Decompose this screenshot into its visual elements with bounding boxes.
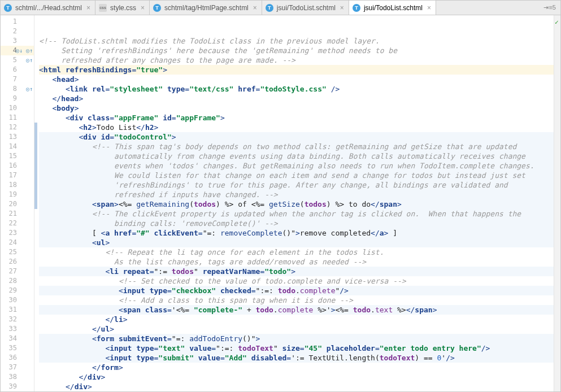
code-line[interactable]: <!-- Set checked to the value of todo.co… [39,276,560,286]
indent-indicator: ⇥≡5 [543,4,556,11]
line-number[interactable]: 10 [1,103,34,113]
line-number[interactable]: 22 [1,219,34,228]
editor-tab[interactable]: Tjsui/TodoList.schtml× [262,1,349,15]
code-line[interactable]: </form> [39,363,560,372]
line-number[interactable]: 23 [1,228,34,238]
line-number[interactable]: 1 [1,17,34,27]
line-number[interactable]: 2 [1,27,34,36]
code-line[interactable]: Setting 'refreshBindings' here because t… [39,46,560,55]
line-number[interactable]: 30 [1,295,34,305]
line-number[interactable]: 12 [1,123,34,132]
editor-tab[interactable]: cssstyle.css× [95,1,150,15]
code-line[interactable]: <body> [39,103,560,113]
code-line[interactable]: <input type="submit" value="Add" disable… [39,353,560,363]
code-line[interactable]: <input type="checkbox" checked=":=: todo… [39,286,560,295]
line-number[interactable]: 21 [1,209,34,219]
code-line[interactable]: <ul> [39,238,560,247]
code-line[interactable]: <!-- TodoList.schtml modifies the TodoLi… [39,36,560,46]
code-line[interactable]: refreshed after any changes to the page … [39,55,560,65]
line-number[interactable]: 32 [1,315,34,324]
line-number[interactable]: 37 [1,363,34,372]
line-number[interactable]: 24 [1,238,34,247]
change-marker-icon [34,123,37,190]
tab-label: schtml/.../Head.schtml [15,4,82,12]
line-number[interactable]: 39 [1,382,34,391]
code-line[interactable]: </li> [39,315,560,324]
code-line[interactable]: events when 'todos' changes. But getRema… [39,161,560,171]
line-number[interactable]: 8◎↑ [1,84,34,94]
tabbar-spacer [436,1,540,15]
code-line[interactable]: refreshed if inputs have changed. --> [39,190,560,199]
gutter-marker-icon[interactable]: ◎↓ ◎↑ [16,46,33,55]
line-number[interactable]: 35 [1,343,34,353]
line-number[interactable]: 31 [1,305,34,315]
code-line[interactable]: binding calls: 'removeComplete()' --> [39,219,560,228]
tab-label: style.css [110,4,136,12]
line-number[interactable]: 25 [1,247,34,257]
code-line[interactable]: </div> [39,382,560,391]
code-line[interactable]: <!-- This span tag's body depends on two… [39,142,560,151]
line-number[interactable]: 26 [1,257,34,267]
code-line[interactable]: <h2>Todo List</h2> [39,123,560,132]
code-line[interactable]: <html refreshBindings="true"> [39,65,560,75]
editor-tab[interactable]: Tjsui/TodoList.schtml× [349,1,436,15]
code-line[interactable]: <li repeat=":= todos" repeatVarName="tod… [39,267,560,276]
line-number[interactable]: 4◎↓ ◎↑ [1,46,34,55]
line-number[interactable]: 33 [1,324,34,334]
line-number[interactable]: 13 [1,132,34,142]
code-line[interactable]: <!-- Add a class to this span tag when i… [39,295,560,305]
line-number[interactable]: 16 [1,161,34,171]
code-line[interactable]: <span class='<%= "complete-" + todo.comp… [39,305,560,315]
code-line[interactable]: <div class="appFrame" id="appFrame"> [39,113,560,123]
gutter-marker-icon[interactable]: ◎↑ [26,55,33,65]
line-number-gutter[interactable]: 1234◎↓ ◎↑5◎↑678◎↑91011121314151617181920… [1,15,34,391]
status-strip: ✓ [554,15,560,391]
code-line[interactable]: <span><%= getRemaining(todos) %> of <%= … [39,199,560,209]
line-number[interactable]: 18 [1,180,34,190]
line-number[interactable]: 36 [1,353,34,363]
close-icon[interactable]: × [340,4,344,12]
code-line[interactable]: [ <a href="#" clickEvent="=: removeCompl… [39,228,560,238]
close-icon[interactable]: × [141,4,145,12]
code-line[interactable]: <!-- Repeat the li tag once for each ele… [39,247,560,257]
line-number[interactable]: 9 [1,94,34,103]
line-number[interactable]: 7 [1,75,34,84]
editor-tab[interactable]: Tschtml/tag/HtmlPage.schtml× [150,1,262,15]
line-number[interactable]: 17 [1,171,34,180]
close-icon[interactable]: × [253,4,257,12]
line-number[interactable]: 11 [1,113,34,123]
tab-label: jsui/TodoList.schtml [277,4,336,12]
code-line[interactable]: </ul> [39,324,560,334]
code-line[interactable]: As the list changes, tags are added/remo… [39,257,560,267]
line-number[interactable]: 27 [1,267,34,276]
code-line[interactable]: automatically from change events using d… [39,151,560,161]
code-line[interactable]: We could listen for that change on each … [39,171,560,180]
code-line[interactable]: 'refreshBindings' to true for this page.… [39,180,560,190]
code-line[interactable]: <form submitEvent="=: addTodoEntry()"> [39,334,560,343]
close-icon[interactable]: × [86,4,90,12]
close-icon[interactable]: × [427,4,431,12]
editor-tab[interactable]: Tschtml/.../Head.schtml× [1,1,95,15]
line-number[interactable]: 15 [1,151,34,161]
line-number[interactable]: 6 [1,65,34,75]
code-area[interactable]: <!-- TodoList.schtml modifies the TodoLi… [34,15,560,391]
line-number[interactable]: 14 [1,142,34,151]
code-line[interactable]: <input type="text" value=":=: todoText" … [39,343,560,353]
line-number[interactable]: 29 [1,286,34,295]
code-line[interactable]: <div id="todoControl"> [39,132,560,142]
line-number[interactable]: 38 [1,372,34,382]
line-number[interactable]: 28 [1,276,34,286]
tabbar-right-info[interactable]: ⇥≡5 [539,1,560,15]
line-number[interactable]: 20 [1,199,34,209]
code-line[interactable]: <link rel="stylesheet" type="text/css" h… [39,84,560,94]
code-line[interactable]: <!-- The clickEvent property is updated … [39,209,560,219]
code-line[interactable]: </head> [39,94,560,103]
tab-label: schtml/tag/HtmlPage.schtml [164,4,249,12]
code-line[interactable]: </div> [39,372,560,382]
line-number[interactable]: 5◎↑ [1,55,34,65]
gutter-marker-icon[interactable]: ◎↑ [26,84,33,94]
line-number[interactable]: 34 [1,334,34,343]
code-line[interactable]: <head> [39,75,560,84]
line-number[interactable]: 3 [1,36,34,46]
line-number[interactable]: 19 [1,190,34,199]
